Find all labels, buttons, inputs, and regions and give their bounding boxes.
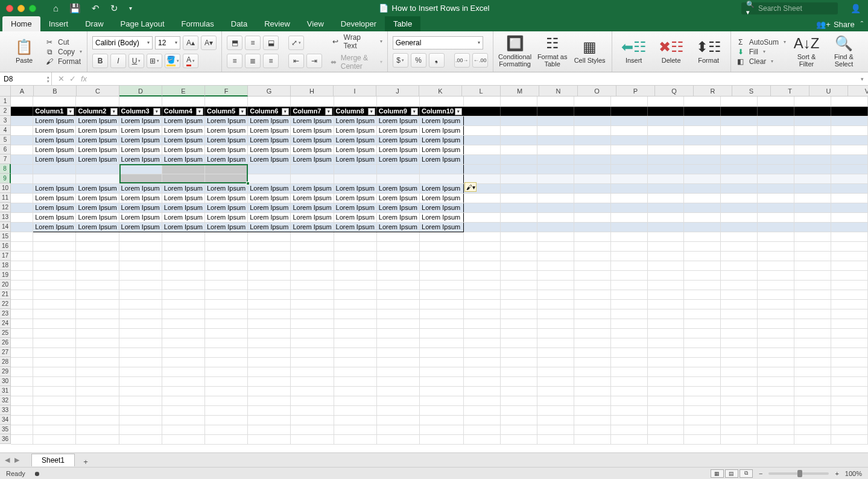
cell[interactable] [721,212,758,222]
cell[interactable] [684,106,721,116]
cell[interactable]: Lorem Ipsum [376,116,419,125]
cell[interactable]: Lorem Ipsum [76,125,119,135]
cell[interactable] [464,164,501,174]
cell[interactable] [33,434,76,444]
cell[interactable]: Lorem Ipsum [205,116,248,125]
cell[interactable] [334,261,376,270]
cell[interactable] [537,338,574,347]
cell[interactable] [721,319,758,328]
cell[interactable] [794,164,831,174]
cell[interactable] [758,290,794,299]
cell[interactable] [610,386,647,396]
cell[interactable] [758,357,794,367]
cell[interactable] [758,328,794,338]
cell[interactable] [464,261,501,270]
column-header-S[interactable]: S [732,86,771,97]
cell[interactable] [574,357,610,367]
cell[interactable] [610,261,647,270]
cell[interactable] [610,405,647,415]
cell[interactable]: Column6▾ [248,106,291,116]
cell[interactable] [794,338,831,347]
cell[interactable]: Lorem Ipsum [119,222,162,232]
name-box[interactable]: D8 ▴▾ [0,72,52,85]
cell[interactable] [501,396,537,405]
cell[interactable] [831,145,867,154]
cell[interactable] [831,405,867,415]
cell[interactable] [610,193,647,203]
cell[interactable] [376,97,419,106]
cell[interactable] [574,290,610,299]
cell[interactable] [610,251,647,261]
cell[interactable] [33,261,76,270]
cell[interactable] [647,203,684,212]
cell[interactable] [684,357,721,367]
home-icon[interactable]: ⌂ [53,3,59,13]
cell[interactable] [162,251,204,261]
cell[interactable] [758,386,794,396]
cell[interactable] [33,338,76,347]
cell[interactable]: Lorem Ipsum [205,183,248,193]
cell[interactable] [684,261,721,270]
cell[interactable] [205,299,248,309]
cell[interactable]: Lorem Ipsum [76,135,119,145]
cell[interactable]: Lorem Ipsum [420,193,464,203]
cell[interactable] [464,222,501,232]
cell[interactable] [464,319,501,328]
cell[interactable] [501,251,537,261]
cell[interactable] [119,396,162,405]
column-header-L[interactable]: L [462,86,501,97]
cell[interactable] [758,125,794,135]
cell[interactable] [334,309,376,319]
cell[interactable] [464,125,501,135]
cell[interactable] [334,376,376,386]
cell[interactable]: Lorem Ipsum [291,154,334,164]
cell[interactable] [76,396,119,405]
cell[interactable] [205,251,248,261]
cell[interactable] [11,193,33,203]
cell[interactable]: Lorem Ipsum [334,145,376,154]
cell[interactable] [574,251,610,261]
cell[interactable] [11,154,33,164]
row-header-36[interactable]: 36 [0,434,11,444]
cell[interactable] [831,357,867,367]
cell[interactable] [758,203,794,212]
cell[interactable] [721,145,758,154]
cell[interactable]: Lorem Ipsum [376,125,419,135]
row-header-28[interactable]: 28 [0,357,11,367]
cell[interactable] [610,396,647,405]
cell[interactable] [537,367,574,376]
cell[interactable] [162,376,204,386]
column-header-D[interactable]: D [119,86,162,97]
cell[interactable]: Lorem Ipsum [162,193,204,203]
cell[interactable] [537,203,574,212]
cell[interactable] [537,261,574,270]
cell[interactable] [537,251,574,261]
cell[interactable] [684,203,721,212]
cell[interactable]: Lorem Ipsum [376,154,419,164]
cell[interactable]: Lorem Ipsum [334,212,376,222]
cell[interactable] [291,164,334,174]
cell[interactable]: Column7▾ [291,106,334,116]
share-button[interactable]: 👥+ Share [816,20,854,29]
cell[interactable] [11,319,33,328]
cell[interactable] [574,338,610,347]
cell[interactable] [684,154,721,164]
cell[interactable] [647,386,684,396]
cell[interactable] [794,203,831,212]
cell[interactable] [794,135,831,145]
cell[interactable]: Lorem Ipsum [119,212,162,222]
cell[interactable] [758,367,794,376]
cell[interactable]: Column5▾ [205,106,248,116]
cell[interactable] [831,183,867,193]
cell[interactable] [647,319,684,328]
cell[interactable] [831,154,867,164]
cell[interactable] [119,164,162,174]
cell[interactable] [610,299,647,309]
row-header-34[interactable]: 34 [0,415,11,425]
cell[interactable] [574,261,610,270]
cell[interactable] [831,376,867,386]
cell[interactable] [291,232,334,241]
cell[interactable] [537,270,574,280]
cell[interactable] [119,261,162,270]
cell[interactable] [205,270,248,280]
